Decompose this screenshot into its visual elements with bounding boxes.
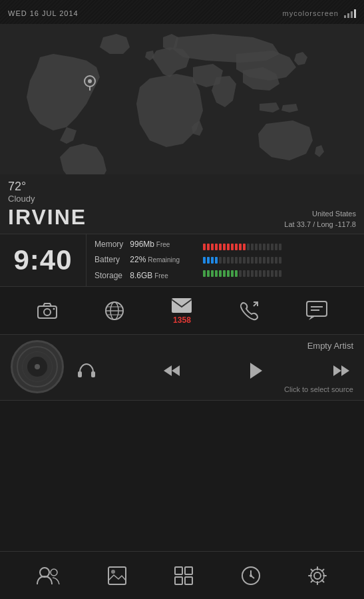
svg-rect-28 <box>185 567 192 574</box>
settings-icon <box>307 566 327 586</box>
headphones-icon <box>77 363 96 379</box>
svg-point-23 <box>40 568 49 577</box>
battery-label: Battery <box>94 254 123 266</box>
music-section: Empty Artist <box>0 335 364 401</box>
svg-rect-29 <box>175 577 182 584</box>
svg-rect-30 <box>185 577 192 584</box>
bottom-nav <box>0 551 364 599</box>
apps-grid-icon <box>174 566 194 586</box>
email-app[interactable]: 1358 <box>171 297 192 325</box>
svg-rect-16 <box>78 371 82 377</box>
gallery-icon <box>107 566 127 586</box>
album-art[interactable] <box>11 340 64 393</box>
svg-point-34 <box>250 574 252 577</box>
memory-value: 996Mb Free <box>130 238 196 251</box>
play-icon <box>247 361 266 380</box>
stats-values: 996Mb Free 22% Remaining 8.6GB Free <box>130 238 196 282</box>
apps-row: 1358 <box>0 287 364 335</box>
memory-label: Memory <box>94 238 123 251</box>
phone-icon <box>239 300 260 321</box>
music-controls <box>75 359 353 383</box>
email-icon <box>171 297 192 314</box>
contacts-icon <box>37 566 61 586</box>
svg-marker-21 <box>333 365 341 376</box>
svg-point-1 <box>88 79 92 83</box>
svg-point-4 <box>44 309 51 315</box>
svg-marker-19 <box>172 365 180 376</box>
svg-rect-25 <box>108 567 126 584</box>
music-top: Empty Artist <box>11 340 353 393</box>
stats-bars <box>203 242 356 278</box>
gallery-nav[interactable] <box>107 566 127 586</box>
weather-section: 72° Cloudy IRVINE United States Lat 33.7… <box>0 174 364 234</box>
clock-time: 9:40 <box>13 244 72 276</box>
svg-point-24 <box>51 569 57 576</box>
music-source[interactable]: Click to select source <box>75 385 353 393</box>
signal-icon <box>344 9 356 18</box>
storage-value: 8.6GB Free <box>130 270 196 282</box>
music-artist: Empty Artist <box>75 341 353 351</box>
date-display: WED 16 JUL 2014 <box>8 9 79 17</box>
city-name: IRVINE <box>8 205 87 230</box>
music-right: Empty Artist <box>75 341 353 393</box>
top-bar-right: mycolorscreen <box>282 9 356 18</box>
settings-nav[interactable] <box>307 566 327 586</box>
svg-rect-17 <box>91 371 95 377</box>
rewind-icon <box>162 363 181 379</box>
svg-marker-22 <box>341 365 349 376</box>
messages-icon <box>306 301 327 321</box>
top-bar: WED 16 JUL 2014 mycolorscreen <box>0 0 364 24</box>
messages-app[interactable] <box>306 301 327 321</box>
memory-bar <box>203 242 356 252</box>
info-strip: 9:40 Memory Battery Storage 996Mb Free 2… <box>0 234 364 287</box>
stats-section: Memory Battery Storage 996Mb Free 22% Re… <box>87 234 364 286</box>
svg-marker-18 <box>164 365 172 376</box>
svg-point-36 <box>311 569 324 582</box>
phone-app[interactable] <box>239 300 260 321</box>
svg-point-5 <box>53 307 55 309</box>
camera-icon <box>37 301 58 320</box>
play-button[interactable] <box>244 359 268 383</box>
contacts-nav[interactable] <box>37 566 61 586</box>
world-map <box>0 24 364 174</box>
fastforward-icon <box>332 363 351 379</box>
svg-point-26 <box>111 570 115 574</box>
weather-city-row: IRVINE United States Lat 33.7 / Long -11… <box>8 205 356 230</box>
svg-rect-13 <box>307 301 327 316</box>
email-badge: 1358 <box>173 315 191 325</box>
album-art-inner <box>27 357 47 377</box>
svg-rect-11 <box>172 298 192 313</box>
browser-app[interactable] <box>104 300 125 321</box>
battery-value: 22% Remaining <box>130 254 196 266</box>
svg-rect-27 <box>175 567 182 574</box>
clock-icon <box>241 566 261 586</box>
stats-labels: Memory Battery Storage <box>94 238 123 282</box>
storage-bar <box>203 269 356 278</box>
rewind-button[interactable] <box>160 360 184 381</box>
brand-label: mycolorscreen <box>282 9 339 17</box>
country-name: United States <box>284 209 356 219</box>
clock-nav[interactable] <box>241 566 261 586</box>
album-art-dot <box>35 364 40 369</box>
fastforward-button[interactable] <box>329 360 353 381</box>
storage-label: Storage <box>94 270 123 282</box>
weather-location: United States Lat 33.7 / Long -117.8 <box>284 209 356 230</box>
clock-section: 9:40 <box>0 234 87 286</box>
temperature: 72° <box>8 180 356 194</box>
globe-icon <box>104 300 125 321</box>
apps-nav[interactable] <box>174 566 194 586</box>
spacer <box>0 401 364 551</box>
svg-marker-20 <box>250 363 262 379</box>
coordinates: Lat 33.7 / Long -117.8 <box>284 220 356 230</box>
map-section <box>0 24 364 174</box>
weather-description: Cloudy <box>8 194 356 204</box>
battery-bar <box>203 256 356 265</box>
svg-point-35 <box>314 572 321 579</box>
headphones-button[interactable] <box>75 360 98 381</box>
camera-app[interactable] <box>37 301 58 320</box>
